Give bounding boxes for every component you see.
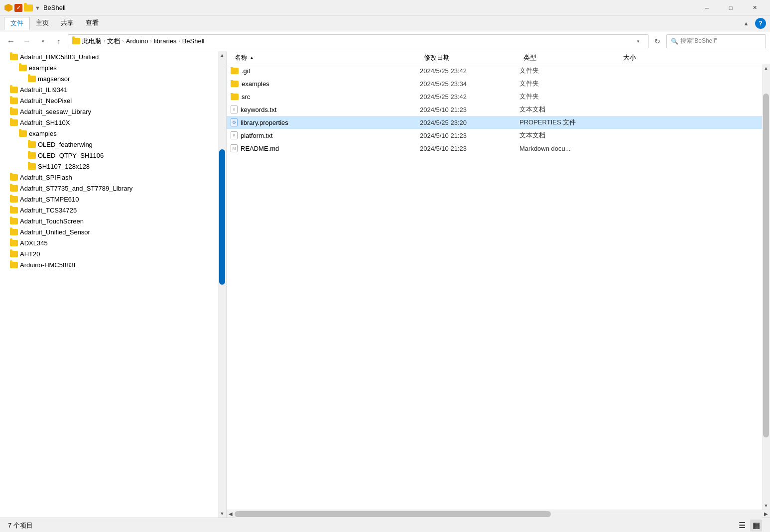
right-scrollbar[interactable]: ▲ ▼: [762, 64, 770, 510]
tree-item[interactable]: Adafruit_Unified_Sensor: [0, 226, 218, 237]
breadcrumb-beshell: BeShell: [182, 37, 205, 45]
minimize-button[interactable]: ─: [695, 0, 718, 16]
tree-item[interactable]: ADXL345: [0, 237, 218, 248]
search-box[interactable]: 🔍 搜索"BeShell": [666, 34, 766, 48]
tree-item[interactable]: Adafruit_STMPE610: [0, 194, 218, 205]
tree-item-label: OLED_QTPY_SH1106: [38, 152, 104, 159]
folder-icon: [10, 185, 18, 192]
tree-item[interactable]: Arduino-HMC5883L: [0, 259, 218, 270]
left-scroll-up[interactable]: ▲: [218, 51, 226, 59]
left-scroll-track[interactable]: [218, 59, 226, 510]
folder-icon: [10, 87, 18, 93]
tree-item[interactable]: Adafruit_ST7735_and_ST7789_Library: [0, 183, 218, 194]
right-scroll-up[interactable]: ▲: [762, 64, 770, 72]
ribbon-expand-button[interactable]: ▲: [739, 16, 753, 30]
h-scroll-right[interactable]: ▶: [762, 510, 770, 518]
up-button[interactable]: ↑: [52, 34, 66, 48]
tree-item-label: Adafruit_ST7735_and_ST7789_Library: [20, 185, 132, 192]
maximize-button[interactable]: □: [719, 0, 742, 16]
title-bar-controls: ─ □ ✕: [695, 0, 766, 16]
file-row[interactable]: src2024/5/25 23:42文件夹: [227, 90, 762, 103]
file-name-cell: keywords.txt: [231, 106, 420, 113]
tree-item[interactable]: AHT20: [0, 248, 218, 259]
h-scroll-thumb: [235, 511, 551, 517]
view-grid-button[interactable]: ▦: [750, 520, 762, 532]
file-row[interactable]: keywords.txt2024/5/10 21:23文本文档: [227, 103, 762, 116]
tree-item[interactable]: Adafruit_SH110X: [0, 117, 218, 128]
file-date-cell: 2024/5/10 21:23: [420, 106, 519, 113]
file-folder-icon: [231, 81, 239, 87]
tree-item-label: Adafruit_ILI9341: [20, 86, 67, 94]
file-folder-icon: [231, 68, 239, 74]
tree-item-label: AHT20: [20, 250, 40, 258]
folder-icon: [10, 196, 18, 203]
tab-share[interactable]: 共享: [55, 16, 80, 30]
breadcrumb-pc: 此电脑: [82, 37, 102, 46]
tree-item[interactable]: Adafruit_TCS34725: [0, 205, 218, 215]
tree-item[interactable]: examples: [0, 62, 218, 73]
file-folder-icon: [231, 94, 239, 100]
tree-item[interactable]: Adafruit_ILI9341: [0, 84, 218, 95]
quick-access-arrow: ▼: [35, 5, 40, 11]
tree-item-label: SH1107_128x128: [38, 163, 90, 170]
close-button[interactable]: ✕: [743, 0, 766, 16]
file-name-text: platform.txt: [241, 132, 272, 139]
file-name-text: library.properties: [241, 119, 288, 126]
file-name-cell: MREADME.md: [231, 144, 420, 152]
left-scrollbar[interactable]: ▲ ▼: [218, 51, 226, 518]
file-type-cell: Markdown docu...: [519, 145, 619, 152]
tree-item[interactable]: Adafruit_TouchScreen: [0, 215, 218, 226]
tree-item[interactable]: OLED_QTPY_SH1106: [0, 150, 218, 161]
window-title: BeShell: [43, 4, 66, 11]
col-header-size[interactable]: 大小: [619, 53, 766, 62]
col-header-type[interactable]: 类型: [519, 53, 619, 62]
right-scroll-down[interactable]: ▼: [762, 502, 770, 510]
file-row[interactable]: library.properties2024/5/25 23:20PROPERT…: [227, 116, 762, 129]
folder-icon: [10, 108, 18, 115]
h-scroll-left[interactable]: ◀: [227, 510, 235, 518]
left-scroll-down[interactable]: ▼: [218, 510, 226, 518]
tree-item[interactable]: Adafruit_seesaw_Library: [0, 106, 218, 117]
tree-item[interactable]: examples: [0, 128, 218, 139]
breadcrumb-sep-2: ›: [122, 38, 124, 44]
col-header-name[interactable]: 名称: [231, 53, 420, 62]
h-scroll-track[interactable]: [235, 510, 762, 518]
h-scrollbar[interactable]: ◀ ▶: [227, 510, 770, 518]
status-bar: 7 个项目 ☰ ▦: [0, 518, 770, 532]
col-header-date[interactable]: 修改日期: [420, 53, 519, 62]
tree-item[interactable]: SH1107_128x128: [0, 161, 218, 172]
file-txt-icon: [231, 131, 238, 139]
tree-item[interactable]: Adafruit_NeoPixel: [0, 95, 218, 106]
tree-item[interactable]: Adafruit_HMC5883_Unified: [0, 51, 218, 62]
ribbon: 文件 主页 共享 查看 ▲ ?: [0, 16, 770, 31]
tree-item-label: Adafruit_seesaw_Library: [20, 108, 91, 115]
tab-view[interactable]: 查看: [80, 16, 105, 30]
breadcrumb-libraries: libraries: [154, 37, 177, 45]
recent-locations-button[interactable]: ▾: [36, 34, 50, 48]
address-bar[interactable]: 此电脑 › 文档 › Arduino › libraries › BeShell…: [68, 34, 648, 48]
file-date-cell: 2024/5/10 21:23: [420, 145, 519, 152]
file-row[interactable]: examples2024/5/25 23:34文件夹: [227, 77, 762, 90]
forward-button[interactable]: →: [20, 34, 34, 48]
refresh-button[interactable]: ↻: [650, 34, 664, 48]
left-panel: Adafruit_HMC5883_Unifiedexamplesmagsenso…: [0, 51, 218, 518]
file-name-cell: src: [231, 93, 420, 101]
file-row[interactable]: MREADME.md2024/5/10 21:23Markdown docu..…: [227, 142, 762, 155]
tab-file[interactable]: 文件: [4, 17, 30, 30]
tree-item-label: Adafruit_NeoPixel: [20, 97, 72, 105]
file-type-cell: PROPERTIES 文件: [519, 118, 619, 127]
file-name-text: src: [242, 93, 250, 101]
back-button[interactable]: ←: [4, 34, 18, 48]
tree-item[interactable]: Adafruit_SPIFlash: [0, 172, 218, 183]
folder-icon: [19, 65, 27, 71]
tree-item[interactable]: magsensor: [0, 73, 218, 84]
right-scroll-track[interactable]: [762, 72, 770, 502]
file-txt-icon: [231, 106, 238, 113]
tab-home[interactable]: 主页: [30, 16, 55, 30]
view-list-button[interactable]: ☰: [736, 520, 748, 532]
tree-item[interactable]: OLED_featherwing: [0, 139, 218, 150]
help-button[interactable]: ?: [755, 18, 766, 29]
file-row[interactable]: .git2024/5/25 23:42文件夹: [227, 64, 762, 77]
file-row[interactable]: platform.txt2024/5/10 21:23文本文档: [227, 129, 762, 142]
address-dropdown-button[interactable]: ▾: [632, 35, 644, 47]
